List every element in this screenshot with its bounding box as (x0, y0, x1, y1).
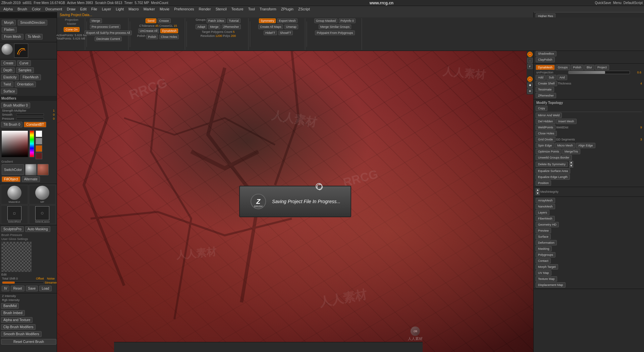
zremesher-toolbar-btn[interactable]: ZRemesher (222, 24, 241, 29)
iv-btn[interactable]: IV (2, 286, 9, 291)
subd-level-down[interactable]: ▼ (536, 192, 540, 195)
menu-texture[interactable]: Texture (229, 7, 246, 11)
color-picker[interactable] (1, 130, 28, 157)
close-holes-rp-btn[interactable]: Close Holes (536, 131, 557, 136)
delete-symmetry-btn[interactable]: Delete By Symmetry (536, 162, 568, 167)
polypaint-from-btn[interactable]: Polypaint From Polygroups (315, 31, 355, 35)
streamers-track[interactable] (2, 281, 44, 284)
smooth-direction-btn[interactable]: SmoothDirection (18, 20, 47, 25)
surface-btn[interactable]: Surface (1, 89, 17, 94)
mergetris-btn[interactable]: MergeTris (562, 149, 580, 154)
zoom-in-btn[interactable]: + (527, 52, 533, 57)
adapt-btn[interactable]: Adapt (196, 24, 207, 29)
closeholes-btn[interactable]: Close Holes (159, 35, 179, 39)
elasticity-btn[interactable]: Elasticity (1, 74, 19, 80)
tessimate-btn[interactable]: Tessimate (536, 87, 554, 92)
unwrap-btn[interactable]: Unwrap (284, 24, 298, 29)
export-mesh-btn[interactable]: Export Mesh (277, 18, 298, 23)
create-btn[interactable]: Create (1, 60, 16, 66)
geometry-hd-btn[interactable]: Geometry HD (536, 222, 559, 227)
brush-cell-mf[interactable]: MF (29, 185, 56, 204)
nav-dot-1[interactable]: • (527, 76, 533, 82)
depth-btn[interactable]: Depth (1, 67, 15, 73)
create-shell-btn[interactable]: Create Shell (536, 81, 557, 86)
uv-map-btn[interactable]: UV Map (536, 270, 551, 276)
constantbt-btn[interactable]: ConstantBT (24, 122, 46, 127)
save-brush-btn[interactable]: Save (26, 286, 38, 291)
menu-color[interactable]: Color (30, 7, 43, 11)
frame-btn[interactable]: F (527, 64, 533, 69)
uncreaseall-btn[interactable]: UnCrease All (138, 28, 159, 33)
arraymesh-btn[interactable]: ArrayMesh (536, 198, 555, 203)
curve-btn[interactable]: Curve (17, 60, 31, 66)
sculptris-btn[interactable]: SculptrisPro (1, 226, 24, 232)
copy-rp-btn[interactable]: Copy (536, 106, 547, 111)
morph-target-btn[interactable]: Morph Target (536, 264, 558, 270)
menu-movie[interactable]: Movie (158, 7, 171, 11)
smooth-brush-btn[interactable]: Smooth Brush Modifiers (1, 331, 42, 337)
sub-rp-btn[interactable]: Sub (546, 75, 556, 80)
create-maps-btn[interactable]: Create All Maps (258, 24, 283, 29)
brush-imbed-btn[interactable]: Brush Imbed (1, 310, 25, 316)
zremesher-rp-btn[interactable]: ZRemesher (536, 93, 556, 98)
brush-cell-selectlasso[interactable]: ⬡ SelectLasso (29, 205, 56, 224)
menu-file[interactable]: File (89, 7, 99, 11)
menu-zplugin[interactable]: ZPlugin (279, 7, 296, 11)
claypolish-btn[interactable]: ClayPolish (536, 57, 555, 62)
dynamesh-toolbar-btn[interactable]: DynaMesh (160, 28, 178, 33)
sym-down-btn[interactable]: ▼ (569, 164, 573, 168)
load-brush-btn[interactable]: Load (39, 286, 51, 291)
brush-cell-materiect[interactable]: MateriEct (1, 185, 28, 204)
layers-btn[interactable]: Layers (536, 210, 549, 215)
alpha-texture-btn[interactable]: Alpha and Texture (1, 317, 33, 323)
del-hidden-btn[interactable]: Del Hidden (536, 119, 555, 124)
bandmid-btn[interactable]: BandMid (1, 303, 19, 309)
merge-btn[interactable]: Merge (90, 18, 102, 23)
menu-brush[interactable]: Brush (15, 7, 29, 11)
spine-edge-btn[interactable]: Spin Edge (536, 143, 554, 148)
align-edge-btn[interactable]: Align Edge (576, 143, 595, 148)
from-mesh-btn[interactable]: From Mesh (2, 34, 23, 40)
reset-btn[interactable]: Reset (11, 286, 24, 291)
nav-btn-3[interactable]: ⊞ (527, 89, 533, 94)
insert-mesh-btn[interactable]: Insert Mesh (556, 119, 577, 124)
brush-cell-selectrect[interactable]: ◻ SelectRect (1, 205, 28, 224)
tilt-brush-btn[interactable]: Tilt Brush 0 (1, 122, 22, 127)
twist-btn[interactable]: Twist (1, 81, 13, 87)
polyinfo-btn[interactable]: PolyInfo 0 (339, 18, 356, 23)
groups-rp-btn[interactable]: Groups (555, 65, 570, 70)
menu-alpha[interactable]: Alpha (1, 7, 15, 11)
hideft-btn[interactable]: HideFT (264, 31, 277, 35)
displacement-map-btn[interactable]: Displacement Map (536, 282, 566, 288)
position-btn[interactable]: Position (536, 180, 551, 186)
send-btn[interactable]: Send (146, 18, 156, 23)
fibermesh-btn[interactable]: FiberMesh (20, 74, 41, 80)
symmetry-btn[interactable]: Symmetry (259, 18, 276, 23)
swatch-orange[interactable] (36, 145, 42, 152)
clip-brush-btn[interactable]: Clip Brush Modifiers (1, 324, 36, 330)
menu-light[interactable]: Light (114, 7, 126, 11)
color-hue-bar[interactable] (30, 130, 34, 157)
preprocess-current-btn[interactable]: Pre-process Current (90, 24, 120, 29)
add-rp-btn[interactable]: Add (536, 75, 546, 80)
tutorial-btn[interactable]: Tutorial (227, 18, 240, 23)
swatch-red[interactable] (36, 153, 42, 159)
samples-btn[interactable]: Samples (16, 67, 34, 73)
menu-edit[interactable]: Edit (78, 7, 89, 11)
smooth-track[interactable] (16, 113, 44, 116)
menu-stencil[interactable]: Stencil (214, 7, 229, 11)
polygroups-btn[interactable]: Polygroups (536, 252, 555, 257)
menu-macro[interactable]: Macro (126, 7, 141, 11)
switchcolor-btn[interactable]: SwitchColor (2, 164, 24, 175)
deformation-btn[interactable]: Deformation (536, 240, 557, 245)
orientation-btn[interactable]: Orientation (15, 81, 36, 87)
subd-level-up[interactable]: ▲ (536, 188, 540, 192)
pressure-track[interactable] (16, 117, 44, 120)
cone-on-btn[interactable]: Cone On (64, 27, 79, 32)
merge-similar-btn[interactable]: Merge Similar Groups (319, 24, 352, 29)
decimate-current-btn[interactable]: Decimate Current (95, 37, 122, 41)
dynamesh-rp-btn[interactable]: DynaMesh (536, 65, 555, 70)
blur-rp-btn[interactable]: Blur (584, 65, 594, 70)
swatch-white[interactable] (36, 130, 42, 137)
menu-zscript[interactable]: ZScript (296, 7, 312, 11)
